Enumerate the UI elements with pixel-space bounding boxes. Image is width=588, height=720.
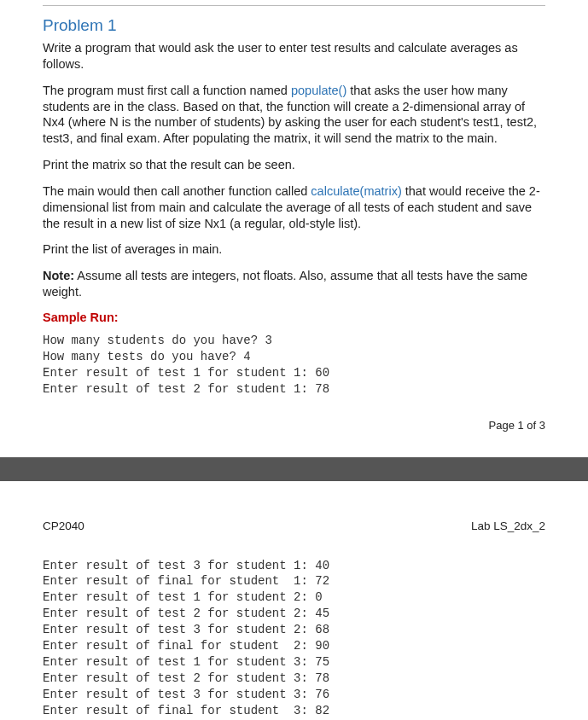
note-label: Note: [43, 269, 74, 282]
paragraph-print-matrix: Print the matrix so that the result can … [43, 157, 545, 173]
page-header: CP2040 Lab LS_2dx_2 [43, 520, 545, 532]
text-fragment: The program must first call a function n… [43, 84, 291, 97]
note-text: Assume all tests are integers, not float… [43, 269, 527, 299]
header-lab-code: Lab LS_2dx_2 [471, 520, 545, 532]
text-fragment: The main would then call another functio… [43, 184, 311, 198]
function-name-calculate: calculate(matrix) [311, 184, 401, 198]
page-footer: Page 1 of 3 [43, 419, 545, 432]
function-name-populate: populate() [291, 84, 346, 97]
code-block-2: Enter result of test 3 for student 1: 40… [43, 558, 545, 720]
paragraph-intro: Write a program that would ask the user … [43, 40, 545, 73]
paragraph-note: Note: Assume all tests are integers, not… [43, 268, 545, 300]
paragraph-print-averages: Print the list of averages in main. [43, 241, 545, 258]
code-block-1: How many students do you have? 3 How man… [43, 333, 545, 398]
page-1: Problem 1 Write a program that would ask… [0, 0, 588, 457]
problem-title: Problem 1 [43, 16, 545, 35]
horizontal-rule [43, 5, 545, 6]
paragraph-calculate: The main would then call another functio… [43, 183, 545, 232]
paragraph-populate: The program must first call a function n… [43, 83, 545, 147]
header-course-code: CP2040 [43, 520, 84, 532]
sample-run-label: Sample Run: [43, 311, 545, 324]
page-2: CP2040 Lab LS_2dx_2 Enter result of test… [0, 481, 588, 720]
